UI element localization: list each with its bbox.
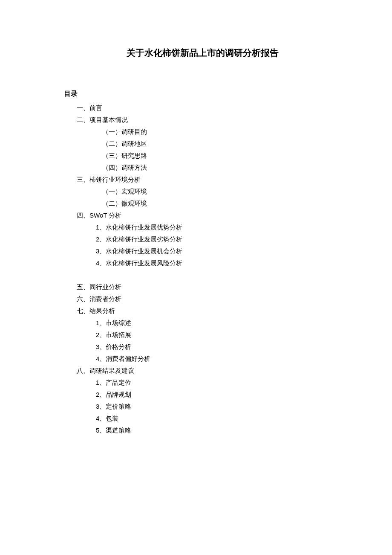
toc-section-7: 七、结果分析 (64, 305, 341, 317)
toc-item-3-1: （一）宏观环境 (64, 186, 341, 198)
toc-section-6: 六、消费者分析 (64, 293, 341, 305)
toc-label: 目录 (64, 90, 341, 99)
toc-section-1: 一、前言 (64, 102, 341, 114)
toc-item-4-4: 4、水化柿饼行业发展风险分析 (64, 257, 341, 269)
toc-item-8-4: 4、包装 (64, 413, 341, 424)
toc-item-7-1: 1、市场综述 (64, 317, 341, 329)
toc-item-7-4: 4、消费者偏好分析 (64, 353, 341, 365)
toc-item-2-4: （四）调研方法 (64, 162, 341, 174)
section-gap (64, 269, 341, 281)
toc-item-2-3: （三）研究思路 (64, 150, 341, 162)
toc-item-8-3: 3、定价策略 (64, 401, 341, 413)
toc-section-2: 二、项目基本情况 (64, 114, 341, 126)
toc-item-3-2: （二）微观环境 (64, 198, 341, 209)
toc-item-2-1: （一）调研目的 (64, 126, 341, 138)
toc-section-5: 五、同行业分析 (64, 281, 341, 293)
toc-section-4: 四、SWoT 分析 (64, 209, 341, 221)
toc-item-7-2: 2、市场拓展 (64, 329, 341, 341)
toc-item-7-3: 3、价格分析 (64, 341, 341, 353)
toc-item-4-2: 2、水化柿饼行业发展劣势分析 (64, 233, 341, 245)
toc-section-3: 三、柿饼行业环境分析 (64, 174, 341, 186)
document-title: 关于水化柿饼新品上市的调研分析报告 (64, 47, 341, 59)
toc-item-8-5: 5、渠道策略 (64, 424, 341, 436)
toc-item-8-1: 1、产品定位 (64, 377, 341, 389)
toc-item-4-3: 3、水化柿饼行业发展机会分析 (64, 245, 341, 257)
toc-item-4-1: 1、水化柿饼行业发展优势分析 (64, 221, 341, 233)
toc-section-8: 八、调研结果及建议 (64, 365, 341, 377)
toc-item-8-2: 2、品牌规划 (64, 389, 341, 401)
toc-item-2-2: （二）调研地区 (64, 138, 341, 150)
